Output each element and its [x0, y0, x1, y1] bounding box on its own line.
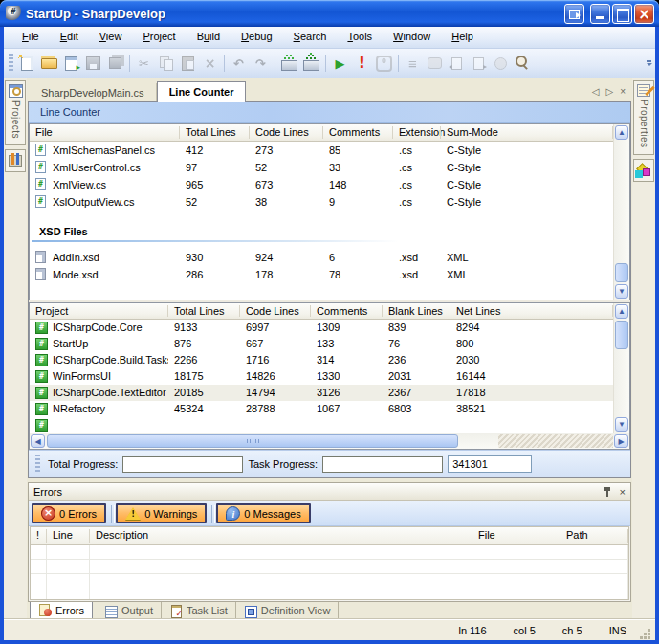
scrollbar-track[interactable] [498, 434, 613, 448]
menu-item[interactable]: Search [283, 27, 338, 48]
scroll-down-icon[interactable]: ▼ [615, 417, 628, 432]
project-row[interactable]: ICSharpCode.Core 9133 6997 1309 839 8294 [30, 320, 613, 336]
paste-icon[interactable] [177, 53, 199, 74]
column-header[interactable]: File [472, 527, 560, 544]
scrollbar-thumb[interactable] [47, 434, 458, 448]
tab-scroll-left-icon[interactable]: ◁ [592, 86, 600, 97]
column-header[interactable]: Path [560, 527, 628, 544]
toolbar-separator-icon[interactable] [322, 53, 329, 74]
abort-icon[interactable] [351, 53, 373, 74]
error-filter-button[interactable]: 0 Messages [216, 503, 310, 523]
tab-close-icon[interactable]: × [620, 86, 626, 97]
scroll-up-icon[interactable]: ▲ [615, 304, 628, 319]
toolbar-separator-icon[interactable] [272, 53, 278, 74]
menu-item[interactable]: Window [383, 27, 441, 48]
redo-icon[interactable] [250, 53, 272, 74]
clear-bookmarks-icon[interactable] [490, 53, 512, 74]
menu-item[interactable]: Build [187, 27, 231, 48]
save-all-icon[interactable] [104, 53, 126, 74]
toolbar-separator-icon[interactable] [395, 53, 402, 74]
scrollbar-thumb[interactable] [615, 321, 628, 349]
toolbar-separator-icon[interactable] [221, 53, 228, 74]
detach-window-button[interactable] [564, 4, 584, 24]
menu-item[interactable]: Project [132, 27, 186, 48]
column-header[interactable]: ! [31, 527, 47, 544]
menu-item[interactable]: Help [441, 27, 484, 48]
toolbar-grip[interactable] [9, 54, 13, 73]
toolbar-overflow-button[interactable] [645, 51, 653, 76]
profile-icon[interactable] [373, 53, 395, 74]
file-row[interactable]: XmlView.cs 965 673 148 .cs C-Style [30, 176, 613, 193]
toolbar-grip[interactable] [35, 455, 40, 474]
file-row[interactable]: XslOutputView.cs 52 38 9 .cs C-Style [30, 193, 613, 211]
bookmark-next-icon[interactable] [468, 53, 490, 74]
file-row[interactable]: XmlSchemasPanel.cs 412 273 85 .cs C-Styl… [30, 142, 613, 159]
column-header[interactable]: Code Lines [250, 124, 323, 141]
delete-icon[interactable] [199, 53, 221, 74]
menu-item[interactable]: Tools [337, 27, 383, 48]
close-button[interactable] [634, 4, 654, 24]
sidebar-tab-classes[interactable] [633, 159, 654, 182]
undo-icon[interactable] [228, 53, 250, 74]
column-header[interactable]: Project [30, 303, 168, 319]
error-filter-button[interactable]: 0 Warnings [116, 503, 207, 523]
project-row[interactable]: WinFormsUI 18175 14826 1330 2031 16144 [30, 368, 613, 385]
column-header[interactable]: Net Lines [450, 303, 613, 319]
column-header[interactable]: Description [90, 527, 472, 544]
open-file-icon[interactable] [38, 53, 60, 74]
column-header[interactable]: Extension [393, 124, 441, 141]
file-row[interactable]: XmlUserControl.cs 97 52 33 .cs C-Style [30, 159, 613, 176]
minimize-button[interactable] [590, 4, 610, 24]
rebuild-icon[interactable] [300, 53, 322, 74]
project-row[interactable]: ICSharpCode.TextEditor 20185 14794 3126 … [30, 385, 613, 401]
tab-scroll-right-icon[interactable]: ▷ [605, 86, 613, 97]
scroll-left-icon[interactable]: ◀ [31, 434, 45, 448]
project-row[interactable]: ICSharpCode.Build.Tasks 2266 1716 314 23… [30, 352, 613, 368]
document-tab[interactable]: SharpDevelopMain.cs [30, 83, 157, 101]
menu-item[interactable]: Debug [231, 27, 282, 48]
title-bar[interactable]: StartUp - SharpDevelop [0, 0, 659, 27]
menu-item[interactable]: View [89, 27, 133, 48]
column-header[interactable]: Sum-Mode [441, 124, 613, 141]
new-file-icon[interactable] [16, 53, 38, 74]
xsd-file-row[interactable]: Mode.xsd 286 178 78 .xsd XML [30, 266, 613, 283]
project-row[interactable]: NRefactory 45324 28788 1067 6803 38521 [30, 401, 613, 417]
build-icon[interactable] [278, 53, 300, 74]
xsd-file-row[interactable]: AddIn.xsd 930 924 6 .xsd XML [30, 249, 613, 266]
menu-item[interactable]: File [11, 27, 50, 48]
format-lines-icon[interactable] [402, 53, 424, 74]
bottom-tab[interactable]: Output [97, 602, 162, 619]
column-header[interactable]: Comments [311, 303, 383, 319]
column-header[interactable]: Code Lines [240, 303, 311, 319]
close-panel-icon[interactable]: × [620, 487, 626, 498]
project-table-scrollbar[interactable]: ▲ ▼ [613, 303, 629, 433]
maximize-button[interactable] [612, 4, 632, 24]
bottom-tab[interactable]: Task List [162, 602, 236, 619]
errors-panel-header[interactable]: Errors × [29, 483, 630, 501]
scroll-right-icon[interactable]: ▶ [614, 434, 628, 448]
run-icon[interactable] [329, 53, 351, 74]
column-header[interactable]: Line [47, 527, 90, 544]
column-header[interactable]: Blank Lines [383, 303, 450, 319]
pin-icon[interactable] [603, 486, 612, 498]
column-header[interactable]: Comments [323, 124, 393, 141]
resize-grip[interactable] [640, 629, 651, 640]
scrollbar-thumb[interactable] [615, 263, 628, 282]
toolbar-separator-icon[interactable] [126, 53, 133, 74]
region-icon[interactable] [424, 53, 446, 74]
sidebar-tab-properties[interactable]: Properties [633, 80, 654, 155]
scroll-down-icon[interactable]: ▼ [615, 284, 628, 299]
bookmark-prev-icon[interactable] [446, 53, 468, 74]
bottom-tab[interactable]: Errors [30, 602, 93, 619]
column-header[interactable]: File [30, 124, 180, 141]
error-filter-button[interactable]: 0 Errors [32, 503, 106, 523]
cut-icon[interactable] [133, 53, 155, 74]
project-row[interactable]: StartUp 876 667 133 76 800 [30, 336, 613, 352]
horizontal-scrollbar[interactable]: ◀ ▶ [30, 433, 629, 449]
file-table-scrollbar[interactable]: ▲ ▼ [613, 124, 629, 300]
project-row-clipped[interactable] [30, 417, 613, 433]
column-header[interactable]: Total Lines [180, 124, 250, 141]
sidebar-tab-tools[interactable] [5, 149, 26, 172]
bottom-tab[interactable]: Definition View [236, 602, 340, 619]
menu-item[interactable]: Edit [50, 27, 89, 48]
